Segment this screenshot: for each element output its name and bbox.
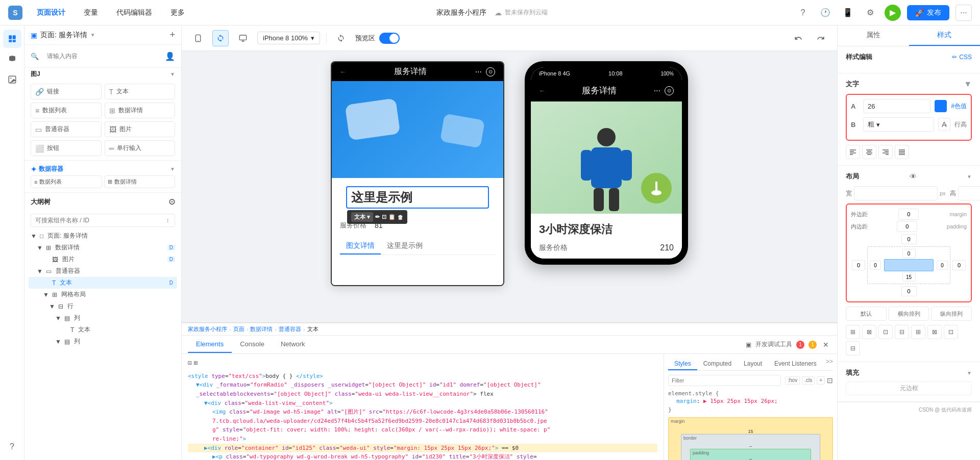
devtools-close-btn[interactable]: ✕ [821,341,831,349]
font-size-input[interactable]: 26 [863,99,930,113]
right-panel-tab-styles[interactable]: 样式 [909,25,981,46]
settings-icon-btn[interactable]: ⚙ [862,5,878,21]
sidebar-icon-pages[interactable] [3,30,21,48]
nav-code-editor[interactable]: 代码编辑器 [112,6,156,19]
component-datalist[interactable]: ≡ 数据列表 [31,103,102,118]
data-sub-datalist[interactable]: ≡ 数据列表 [31,175,102,188]
history-icon-btn[interactable]: 🕐 [817,5,834,21]
margin-outer-input[interactable] [898,209,919,220]
tree-item-col1[interactable]: ▼ ▤ 列 [29,312,177,324]
margin-right-cell[interactable] [951,246,967,284]
styles-filter-input[interactable] [668,375,781,386]
styles-tab-layout[interactable]: Layout [738,358,768,370]
layout-align-8[interactable]: ⊟ [846,341,860,355]
nav-more[interactable]: 更多 [166,6,189,19]
text-edit-icon[interactable]: ✏ [375,214,380,220]
text-paste-icon[interactable]: 📋 [388,214,396,220]
text-copy-icon[interactable]: ⊡ [382,214,386,220]
margin-bottom-cell[interactable] [867,285,950,297]
page-selector[interactable]: ▣ 页面: 服务详情 ▼ [31,31,95,40]
devtools-tab-network[interactable]: Network [273,336,313,353]
sidebar-icon-data[interactable] [3,50,21,68]
color-hex-label[interactable]: #色值 [951,102,967,111]
align-center-btn[interactable] [862,145,876,159]
add-page-btn[interactable]: + [169,30,175,40]
margin-top-cell[interactable] [867,233,950,245]
vertical-btn[interactable]: 纵向排列 [931,306,972,321]
padding-right-cell[interactable] [935,259,948,271]
text-delete-icon[interactable]: 🗑 [398,214,403,220]
styles-tab-computed[interactable]: Computed [697,358,738,370]
component-link[interactable]: 🔗 链接 [31,84,102,99]
sidebar-icon-image[interactable] [3,70,21,89]
filter-hov[interactable]: :hov [785,376,800,385]
component-image[interactable]: 🖼 图片 [105,121,176,137]
component-text[interactable]: T 文本 [105,84,176,99]
padding-left-input[interactable] [870,261,881,270]
margin-bottom-input[interactable] [901,286,917,296]
height-input[interactable] [958,186,980,200]
breadcrumb-item-0[interactable]: 家政服务小程序 [188,325,227,333]
redo-btn[interactable] [813,30,829,46]
default-btn[interactable]: 默认 [846,306,887,321]
select-icon[interactable]: ⊞ [194,358,198,369]
sidebar-icon-plugin[interactable]: ? [3,438,21,456]
width-input[interactable] [854,186,938,200]
tree-item-image[interactable]: ▼ 🖼 图片 D [29,253,177,265]
component-input[interactable]: ═ 单行输入 [105,140,176,156]
outline-settings-icon[interactable]: ⊙ [168,197,175,207]
styles-tab-styles[interactable]: Styles [668,358,697,370]
right-panel-tab-props[interactable]: 属性 [838,25,909,46]
refresh-btn[interactable] [333,30,349,46]
layout-expand-icon[interactable]: ▼ [967,174,972,180]
device-refresh-btn[interactable] [212,30,229,46]
padding-bottom-cell[interactable] [884,272,934,282]
horizontal-btn[interactable]: 横向排列 [889,306,929,321]
margin-right-input[interactable] [952,260,966,270]
breadcrumb-item-3[interactable]: 普通容器 [279,325,301,333]
devtools-tab-elements[interactable]: Elements [188,336,232,353]
publish-button[interactable]: 🚀 发布 [907,5,949,20]
align-justify-btn[interactable] [895,145,909,159]
font-weight-dropdown[interactable]: 粗 ▾ [863,117,934,132]
component-button[interactable]: ⬜ 按钮 [31,140,102,156]
nav-variables[interactable]: 变量 [80,6,102,19]
component-collapse-icon[interactable]: ▼ [170,71,175,77]
text-section-expand[interactable]: ▼ [964,80,972,89]
color-swatch[interactable] [935,100,947,112]
inspect-icon[interactable]: ⊡ [188,358,192,369]
device-icon-btn[interactable]: 📱 [840,5,856,21]
component-container[interactable]: ▭ 普通容器 [31,121,102,137]
tree-item-col2[interactable]: ▼ ▤ 列 [29,336,177,347]
tree-item-data-detail[interactable]: ▼ ⊞ 数据详情 D [29,242,177,253]
run-icon-btn[interactable]: ▶ [885,5,901,21]
margin-top-input[interactable] [901,234,917,244]
layout-align-2[interactable]: ⊠ [862,325,876,339]
padding-outer-input[interactable] [897,221,917,232]
breadcrumb-item-2[interactable]: 数据详情 [250,325,273,333]
phone-tab-detail[interactable]: 图文详情 [340,238,381,254]
nav-page-design[interactable]: 页面设计 [33,6,69,19]
layout-align-1[interactable]: ⊞ [846,325,860,339]
user-icon[interactable]: 👤 [165,52,175,61]
css-link-btn[interactable]: ✏ CSS [952,54,972,61]
devtools-tab-console[interactable]: Console [232,336,273,353]
padding-bottom-input[interactable] [902,272,916,282]
preview-toggle-switch[interactable] [379,33,400,44]
phone-tab-example[interactable]: 这里是示例 [381,238,429,254]
tree-item-grid[interactable]: ▼ ⊞ 网格布局 [29,289,177,300]
more-options-button[interactable]: ··· [955,5,972,21]
tree-item-text-selected[interactable]: ▼ T 文本 D [29,277,177,289]
line-height-icon[interactable]: A̶ [938,118,950,131]
style-prop-margin[interactable]: margin: ▶ 15px 25px 15px 26px; [668,398,833,404]
undo-btn[interactable] [790,30,806,46]
padding-top-input[interactable] [902,249,916,258]
styles-more-icon[interactable]: >> [826,358,833,370]
padding-right-input[interactable] [937,261,948,270]
outline-search-input[interactable] [31,214,175,227]
padding-left-cell[interactable] [870,259,883,271]
border-placeholder[interactable]: 元边框 [846,381,972,395]
help-icon-btn[interactable]: ? [795,5,811,21]
layout-align-4[interactable]: ⊟ [895,325,909,339]
tree-item-row[interactable]: ▼ ⊟ 行 [29,300,177,312]
